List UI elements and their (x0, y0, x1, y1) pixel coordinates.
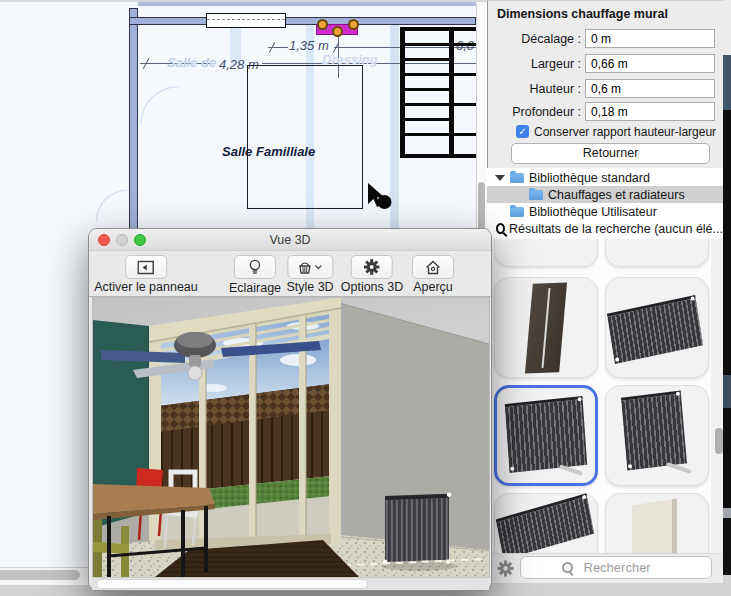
plan-wall-horizontal (129, 17, 476, 25)
desktop-strip (723, 518, 731, 575)
catalog-item-panel-radiator[interactable] (605, 493, 709, 553)
lighting-button[interactable]: Eclairage (229, 255, 281, 295)
vue3d-titlebar[interactable]: Vue 3D (89, 229, 491, 251)
toolbar-button-label: Eclairage (229, 281, 281, 295)
tree-item-user-library[interactable]: Bibliothèque Utilisateur (487, 203, 723, 220)
rotation-handle[interactable] (317, 19, 328, 30)
application: 1,35 m 6,0 Salle de Dressing 4,28 m (0, 0, 731, 596)
plan-staircase (400, 27, 476, 158)
catalog-tree: Bibliothèque standard Chauffages et radi… (487, 168, 723, 239)
height-field[interactable] (585, 79, 715, 98)
caret-down-icon[interactable] (495, 175, 505, 181)
room-label-faint: Salle de (167, 55, 216, 70)
field-label: Largeur : (487, 57, 581, 71)
width-field[interactable] (585, 54, 715, 73)
field-label: Profondeur : (487, 105, 581, 119)
desktop-strip (723, 110, 731, 375)
plan-vertical-scrollbar-thumb[interactable] (478, 182, 485, 234)
style-3d-button[interactable]: Style 3D (286, 255, 333, 294)
tree-item-heaters[interactable]: Chauffages et radiateurs (487, 186, 723, 203)
field-row: Largeur : (487, 54, 723, 73)
catalog-item-flat-radiator[interactable] (494, 277, 598, 378)
options-3d-button[interactable]: Options 3D (341, 255, 404, 294)
field-label: Hauteur : (487, 82, 581, 96)
plan-horizontal-scrollbar-thumb[interactable] (0, 570, 80, 580)
toolbar-button-label: Activer le panneau (94, 280, 198, 294)
plan-door-arc (96, 190, 127, 221)
radiator-thumbnail (505, 396, 587, 473)
mouse-cursor (366, 182, 396, 212)
toggle-panel-button[interactable]: Activer le panneau (94, 255, 198, 294)
catalog-grid (487, 239, 723, 553)
radiator-thumbnail (496, 493, 595, 553)
field-row: Hauteur : (487, 79, 723, 98)
catalog-item-column-radiator-selected[interactable] (494, 385, 598, 486)
tree-item-label: Bibliothèque standard (529, 171, 650, 185)
tree-item-label: Bibliothèque Utilisateur (529, 205, 657, 219)
3d-scene-viewport[interactable] (92, 297, 490, 578)
field-row: Profondeur : (487, 102, 723, 121)
panel-left-icon (137, 260, 154, 275)
search-icon (496, 223, 505, 234)
gear-icon[interactable] (497, 560, 514, 577)
window-title: Vue 3D (89, 233, 491, 247)
plan-upper-wall (138, 2, 476, 6)
vue3d-window: Vue 3D Activer le panneau (88, 228, 492, 591)
catalog-item-low-radiator[interactable] (494, 493, 598, 553)
keep-ratio-label: Conserver rapport hauteur-largeur (534, 125, 716, 139)
center-handle[interactable] (332, 26, 343, 37)
search-input[interactable] (582, 559, 671, 576)
tree-item-label: Chauffages et radiateurs (548, 188, 685, 202)
catalog-scrollbar-thumb[interactable] (715, 428, 723, 454)
catalog-item-radiator[interactable] (605, 239, 709, 267)
room-label: Salle Familliale (222, 144, 315, 159)
basket-icon (298, 259, 313, 275)
radiator-thumbnail (632, 498, 677, 553)
tree-item-search-results[interactable]: Résultats de la recherche (aucun élé... (487, 220, 723, 237)
desktop-strip (723, 408, 731, 508)
keep-ratio-checkbox[interactable]: ✓ (516, 125, 529, 138)
toolbar-button-label: Aperçu (412, 280, 454, 294)
field-label: Décalage : (487, 32, 581, 46)
offset-field[interactable] (585, 29, 715, 48)
vue3d-bottom-scrollbar-thumb[interactable] (96, 579, 368, 589)
field-row: Décalage : (487, 29, 723, 48)
flip-button[interactable]: Retourner (511, 143, 710, 164)
plan-room-outline (247, 65, 363, 209)
preview-button[interactable]: Aperçu (412, 255, 454, 294)
plan-door-arc (140, 86, 179, 125)
folder-icon (510, 207, 524, 217)
chevron-down-icon (315, 264, 323, 270)
desktop-strip (723, 0, 731, 55)
panel-title: Dimensions chauffage mural (497, 7, 668, 21)
search-field[interactable] (520, 556, 712, 579)
catalog-item-long-radiator[interactable] (605, 277, 709, 378)
radiator-thumbnail (621, 390, 687, 470)
vue3d-toolbar: Activer le panneau Eclairage (89, 251, 491, 297)
desktop-strip (723, 508, 731, 518)
desktop-strip (723, 55, 731, 110)
depth-field[interactable] (585, 102, 715, 121)
search-icon (562, 562, 573, 573)
house-icon (425, 260, 441, 275)
gear-icon (364, 259, 380, 275)
folder-icon (529, 190, 543, 200)
toolbar-button-label: Style 3D (286, 280, 333, 294)
desktop-strip (723, 375, 731, 408)
folder-icon (510, 173, 524, 183)
bulb-icon (248, 259, 262, 276)
radiator-thumbnail (525, 283, 567, 374)
resize-handle[interactable] (348, 19, 359, 30)
catalog-item-radiator[interactable] (494, 239, 598, 267)
radiator-thumbnail (607, 295, 703, 364)
tree-item-standard-library[interactable]: Bibliothèque standard (487, 169, 723, 186)
catalog-item-column-radiator[interactable] (605, 385, 709, 486)
tree-item-label: Résultats de la recherche (aucun élé... (509, 222, 723, 236)
check-icon: ✓ (518, 126, 526, 137)
plan-window-symbol (206, 13, 286, 28)
dimension-label: 1,35 m (289, 38, 329, 53)
radiator-3d (383, 492, 451, 566)
toolbar-button-label: Options 3D (341, 280, 404, 294)
